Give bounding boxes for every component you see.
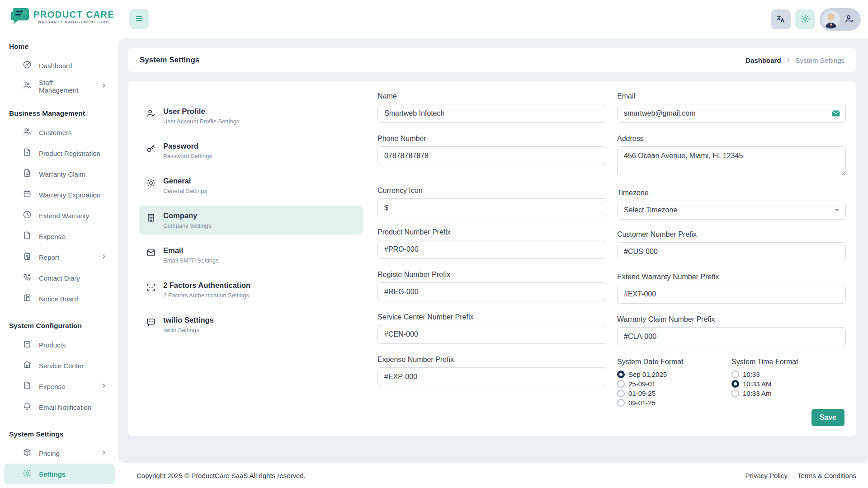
sidebar-item-extend-warranty[interactable]: Extend Warranty	[4, 205, 115, 226]
claim-prefix-input[interactable]	[617, 327, 846, 346]
copyright-text: Copyright 2025 © ProductCare SaaS All ri…	[137, 472, 306, 479]
app-tagline: WARRANTY MANAGEMENT TOOL	[33, 20, 114, 24]
menu-item-subtitle: User Account Profile Settings	[163, 118, 239, 125]
menu-item-subtitle: Email SMTP Settings	[163, 257, 219, 264]
sidebar-item-settings[interactable]: Settings	[4, 464, 115, 484]
form-column-left: Name Phone Number Currency Icon Product …	[377, 92, 606, 398]
timezone-field-group: Timezone Select Timezone	[617, 189, 846, 220]
phone-label: Phone Number	[377, 135, 606, 143]
phone-field-group: Phone Number	[377, 135, 606, 165]
sidebar-item-dashboard[interactable]: Dashboard	[4, 55, 115, 76]
expense-prefix-input[interactable]	[377, 367, 606, 386]
person-check-icon	[844, 14, 855, 26]
settings-menu-email[interactable]: Email Email SMTP Settings	[139, 240, 363, 269]
customer-prefix-input[interactable]	[617, 242, 846, 261]
sidebar-item-warranty-expiration[interactable]: Warrenty Expriration	[4, 184, 115, 205]
address-field-group: Address 456 Ocean Avenue, Miami, FL 1234…	[617, 135, 846, 178]
expense-prefix-label: Expense Number Prefix	[377, 356, 606, 364]
timezone-label: Timezone	[617, 189, 846, 197]
settings-menu: User Profile User Account Profile Settin…	[139, 101, 363, 345]
name-input[interactable]	[377, 104, 606, 123]
sidebar-item-report[interactable]: Report	[4, 247, 115, 267]
name-label: Name	[377, 92, 606, 100]
currency-input[interactable]	[377, 198, 606, 217]
sidebar-item-customers[interactable]: Customers	[4, 122, 115, 143]
language-button[interactable]	[771, 9, 791, 29]
gear-icon	[146, 176, 156, 190]
format-settings: System Date Format Sep 01,2025 25-09-01 …	[617, 358, 846, 408]
claim-prefix-field-group: Warranty Claim Number Prefix	[617, 315, 846, 346]
translate-icon	[776, 14, 786, 25]
building-icon	[146, 211, 156, 225]
chat-icon	[146, 315, 156, 329]
menu-item-title: 2 Factors Authentication	[163, 281, 250, 290]
sidebar-item-contact-diary[interactable]: Contact Diary	[4, 267, 115, 288]
registe-prefix-label: Registe Number Prefix	[377, 271, 606, 279]
chevron-right-icon	[786, 57, 791, 63]
timezone-select[interactable]: Select Timezone	[617, 201, 846, 220]
email-input[interactable]	[617, 104, 846, 123]
address-textarea[interactable]: 456 Ocean Avenue, Miami, FL 12345	[617, 146, 846, 176]
date-format-option-3[interactable]: 01-09-25	[617, 389, 731, 397]
date-format-option-4[interactable]: 09-01-25	[617, 399, 731, 407]
person-check-icon	[146, 107, 156, 120]
settings-menu-twilio[interactable]: twilio Settings twilio Settings	[139, 310, 363, 339]
extend-prefix-input[interactable]	[617, 285, 846, 304]
file-text-icon	[23, 169, 32, 179]
form-column-right: Email Address 456 Ocean Avenue, Miami, F…	[617, 92, 846, 408]
time-format-option-2[interactable]: 10:33 AM	[731, 380, 846, 388]
gear-icon	[23, 469, 32, 479]
sidebar-item-product-registration[interactable]: Product Registration	[4, 143, 115, 164]
radio-icon	[617, 399, 625, 407]
breadcrumb-dashboard-link[interactable]: Dashboard	[745, 56, 781, 64]
file-plus-icon	[23, 148, 32, 159]
sidebar-item-warranty-claim[interactable]: Warranty Claim	[4, 164, 115, 184]
file-icon	[23, 231, 32, 242]
customer-prefix-label: Customer Number Prefix	[617, 230, 846, 239]
chevron-right-icon	[101, 82, 107, 90]
profile-menu-button[interactable]	[820, 8, 861, 31]
settings-menu-company[interactable]: Company Company Settings	[139, 206, 363, 235]
registe-prefix-input[interactable]	[377, 282, 606, 301]
sidebar-item-pricing[interactable]: Pricing	[4, 443, 115, 464]
settings-menu-user-profile[interactable]: User Profile User Account Profile Settin…	[139, 101, 363, 130]
settings-menu-password[interactable]: Password Password Settings	[139, 136, 363, 165]
registe-prefix-field-group: Registe Number Prefix	[377, 271, 606, 301]
sidebar-item-products[interactable]: Products	[4, 334, 115, 355]
email-label: Email	[617, 92, 846, 100]
board-icon	[23, 293, 32, 304]
sidebar-item-email-notification[interactable]: Email Notification	[4, 397, 115, 418]
sidebar: PRODUCT CARE WARRANTY MANAGEMENT TOOL Ho…	[0, 0, 118, 488]
sidebar-toggle-button[interactable]	[129, 9, 149, 29]
caret-down-icon	[835, 209, 839, 211]
breadcrumb: Dashboard System Settings	[745, 56, 844, 64]
sidebar-item-service-center[interactable]: Service Center	[4, 355, 115, 376]
save-button[interactable]: Save	[811, 409, 844, 426]
key-icon	[146, 141, 156, 155]
expense-prefix-field-group: Expense Number Prefix	[377, 356, 606, 386]
settings-button[interactable]	[795, 9, 815, 29]
date-format-option-2[interactable]: 25-09-01	[617, 380, 731, 388]
service-prefix-input[interactable]	[377, 325, 606, 344]
main-content: System Settings Dashboard System Setting…	[118, 38, 868, 463]
privacy-policy-link[interactable]: Privacy Policy	[745, 472, 788, 479]
phone-input[interactable]	[377, 146, 606, 165]
menu-item-subtitle: Company Settings	[163, 222, 211, 229]
sidebar-nav: Home Dashboard Staff Management Business…	[0, 26, 118, 484]
product-prefix-input[interactable]	[377, 240, 606, 259]
sidebar-item-notice-board[interactable]: Notice Board	[4, 288, 115, 309]
terms-conditions-link[interactable]: Terms & Conditions	[797, 472, 856, 479]
sidebar-item-staff-management[interactable]: Staff Management	[4, 76, 115, 97]
app-logo-icon	[11, 7, 30, 26]
time-format-option-3[interactable]: 10:33 Am	[731, 389, 846, 397]
settings-menu-2fa[interactable]: 2 Factors Authentication 2 Factors Authe…	[139, 275, 363, 304]
bell-icon	[23, 402, 32, 413]
date-format-option-1[interactable]: Sep 01,2025	[617, 371, 731, 378]
scan-2fa-icon	[146, 281, 156, 294]
time-format-label: System Time Format	[731, 358, 846, 366]
chevron-right-icon	[101, 382, 107, 390]
sidebar-item-expense-config[interactable]: Expense	[4, 376, 115, 397]
time-format-option-1[interactable]: 10:33	[731, 371, 846, 378]
sidebar-item-expense[interactable]: Expense	[4, 226, 115, 247]
settings-menu-general[interactable]: General General Settings	[139, 171, 363, 200]
